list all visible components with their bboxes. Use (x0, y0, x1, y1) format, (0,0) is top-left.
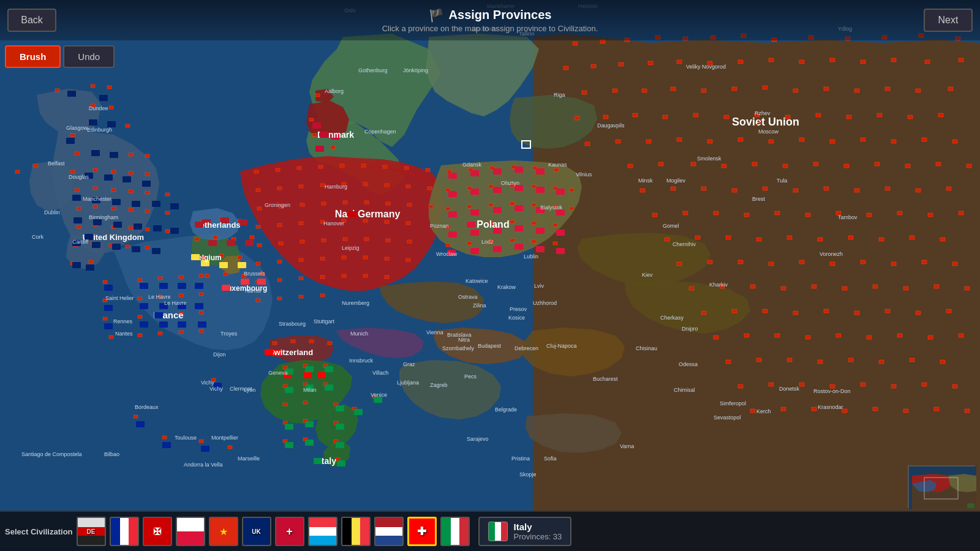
svg-text:Voronezh: Voronezh (820, 251, 843, 257)
civ-flag-netherlands[interactable] (374, 517, 404, 546)
svg-text:Ostrava: Ostrava (458, 294, 478, 300)
svg-rect-447 (470, 170, 479, 176)
svg-rect-379 (99, 95, 108, 101)
svg-rect-507 (320, 132, 328, 138)
svg-text:Kiev: Kiev (642, 272, 653, 278)
svg-rect-184 (299, 185, 303, 188)
svg-rect-128 (903, 287, 908, 290)
svg-rect-471 (493, 246, 502, 252)
svg-rect-85 (824, 187, 829, 190)
civ-flag-france[interactable] (110, 517, 139, 546)
svg-rect-248 (446, 207, 450, 210)
svg-rect-157 (738, 384, 743, 388)
svg-rect-198 (407, 203, 412, 206)
selected-civ-provinces: Provinces: 33 (514, 532, 562, 541)
svg-rect-364 (195, 238, 199, 241)
civ-flag-denmark[interactable]: + (275, 517, 304, 546)
svg-rect-395 (170, 203, 179, 209)
svg-text:Brest: Brest (752, 196, 766, 202)
minimap[interactable] (908, 465, 975, 508)
svg-rect-63 (861, 138, 865, 141)
svg-rect-472 (514, 244, 523, 250)
back-button[interactable]: Back (7, 9, 56, 32)
svg-rect-42 (603, 115, 608, 119)
civ-flag-uk[interactable]: UK (242, 517, 271, 546)
svg-rect-37 (854, 89, 859, 92)
svg-text:Presov: Presov (510, 306, 527, 312)
civ-flag-nazi-germany[interactable]: ✠ (143, 517, 172, 546)
svg-rect-333 (199, 329, 203, 332)
svg-rect-286 (111, 170, 116, 173)
svg-rect-99 (928, 213, 933, 217)
svg-rect-148 (959, 334, 963, 337)
tools-bar: Brush Undo (0, 40, 119, 73)
svg-text:Dnipro: Dnipro (682, 326, 698, 332)
svg-rect-227 (320, 276, 325, 279)
civ-flag-belgium[interactable] (341, 517, 371, 546)
svg-text:Bucharest: Bucharest (593, 376, 618, 382)
svg-rect-107 (848, 236, 853, 239)
svg-rect-31 (671, 87, 676, 91)
svg-rect-425 (136, 421, 145, 427)
svg-rect-320 (138, 297, 142, 300)
svg-rect-62 (830, 140, 835, 143)
civ-flag-switzerland[interactable]: ✚ (407, 517, 437, 546)
svg-rect-140 (714, 335, 718, 339)
svg-text:Lviv: Lviv (534, 283, 545, 289)
undo-button[interactable]: Undo (63, 45, 115, 68)
svg-rect-200 (256, 225, 260, 228)
svg-rect-315 (138, 279, 142, 282)
map-container[interactable]: Soviet Union Nazi Germany Poland Denmark… (0, 0, 980, 551)
svg-rect-24 (861, 60, 865, 64)
svg-rect-190 (428, 187, 432, 190)
next-button[interactable]: Next (924, 9, 973, 32)
svg-text:Jönköping: Jönköping (403, 67, 428, 73)
svg-rect-113 (738, 260, 743, 264)
svg-text:Bilbao: Bilbao (104, 451, 119, 457)
svg-rect-422 (178, 321, 186, 328)
selected-civ-flag (488, 522, 508, 541)
svg-rect-223 (406, 258, 410, 261)
svg-rect-411 (159, 283, 168, 289)
svg-rect-240 (554, 168, 559, 171)
svg-rect-104 (756, 238, 761, 241)
title-flag-icon: 🏴 (429, 8, 444, 23)
svg-rect-150 (756, 358, 761, 362)
civ-flag-china[interactable]: ★ (209, 517, 238, 546)
svg-rect-296 (93, 205, 97, 208)
svg-rect-194 (322, 202, 326, 205)
svg-rect-173 (254, 170, 258, 173)
svg-rect-75 (875, 162, 880, 166)
svg-rect-388 (123, 176, 131, 182)
civ-flag-poland[interactable] (176, 517, 205, 546)
svg-rect-360 (315, 94, 320, 97)
svg-rect-195 (343, 201, 347, 204)
civ-flag-italy[interactable] (440, 517, 470, 546)
svg-rect-51 (877, 113, 882, 117)
svg-rect-284 (70, 170, 75, 173)
svg-text:Rennes: Rennes (113, 318, 133, 324)
svg-rect-205 (363, 219, 368, 222)
svg-rect-228 (342, 274, 346, 277)
svg-text:Vichy: Vichy (201, 380, 214, 386)
svg-text:Le Havre: Le Havre (148, 294, 171, 300)
svg-text:Hamburg: Hamburg (325, 184, 347, 190)
svg-rect-510 (222, 285, 230, 291)
civ-flag-germany[interactable]: DE (77, 517, 106, 546)
svg-rect-336 (162, 436, 167, 439)
svg-text:Cardiff: Cardiff (72, 239, 89, 245)
svg-rect-208 (257, 244, 262, 247)
svg-rect-288 (145, 173, 149, 176)
svg-rect-418 (195, 303, 203, 309)
svg-text:Mogilev: Mogilev (666, 178, 686, 184)
svg-rect-331 (158, 332, 162, 335)
svg-rect-114 (769, 262, 774, 266)
svg-rect-116 (830, 262, 835, 266)
svg-text:Smolensk: Smolensk (697, 156, 722, 162)
title-main: 🏴 Assign Provinces (56, 8, 924, 23)
svg-rect-313 (89, 260, 93, 263)
brush-button[interactable]: Brush (5, 45, 61, 68)
bottom-bar: Select Civilization DE ✠ ★ UK + ✚ Italy … (0, 511, 980, 551)
svg-rect-155 (910, 358, 914, 362)
civ-flag-luxembourg[interactable] (308, 517, 337, 546)
